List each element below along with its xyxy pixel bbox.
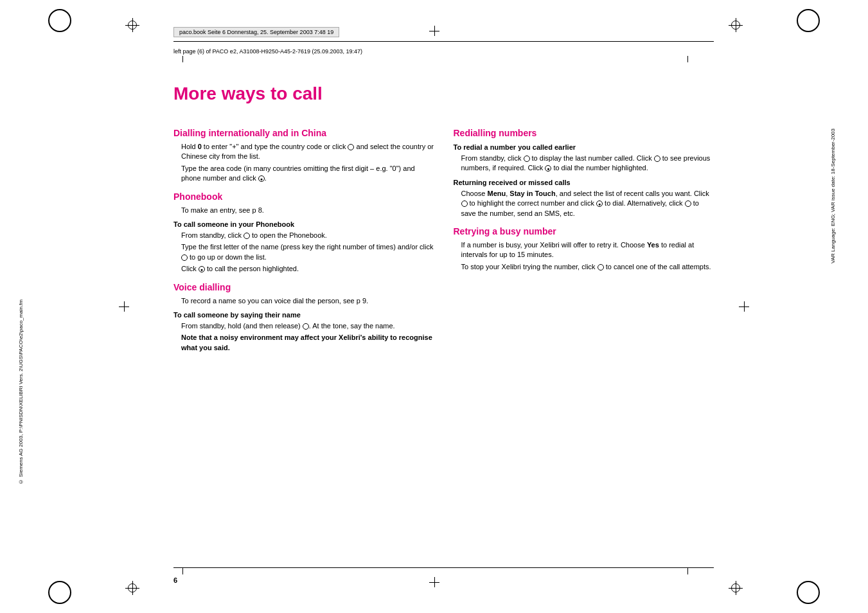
tick-mark-left	[182, 56, 183, 62]
icon-circle-2: ●	[258, 175, 265, 182]
section-heading-voice: Voice dialling	[173, 282, 434, 292]
reg-mark-tl	[125, 18, 139, 32]
phonebook-intro: To make an entry, see p 8.	[173, 206, 434, 215]
phonebook-sub-heading: To call someone in your Phonebook	[173, 220, 434, 228]
top-rule	[173, 41, 714, 42]
voice-sub-heading: To call someone by saying their name	[173, 311, 434, 319]
section-retrying: Retrying a busy number If a number is bu…	[454, 226, 714, 272]
icon-circle-12	[685, 200, 691, 207]
bottom-rule	[173, 567, 714, 568]
reg-mark-br	[729, 581, 743, 595]
section-redialling: Redialling numbers To redial a number yo…	[454, 128, 714, 218]
paco-header-text: paco.book Seite 6 Donnerstag, 25. Septem…	[179, 29, 333, 35]
reg-mark-bl	[125, 581, 139, 595]
redial-sub-heading-1: To redial a number you called earlier	[454, 143, 714, 151]
icon-circle-8	[654, 155, 660, 162]
retrying-para-2: To stop your Xelibri trying the number, …	[454, 262, 714, 272]
icon-circle-13	[598, 264, 604, 271]
icon-circle-11: ●	[596, 200, 603, 207]
voice-sub-para-2: Note that a noisy environment may affect…	[173, 333, 434, 353]
voice-sub-para-1: From standby, hold (and then release) . …	[173, 321, 434, 331]
var-language-text: VAR Language: ENG; VAR issue date: 18-Se…	[830, 129, 836, 263]
phonebook-sub-para-3: Click ● to call the person highlighted.	[173, 264, 434, 274]
two-column-layout: Dialling internationally and in China Ho…	[173, 120, 714, 355]
tick-mark-right	[687, 56, 688, 62]
corner-circle-bl	[48, 581, 71, 604]
page-info-line: left page (6) of PACO e2, A31008-H9250-A…	[173, 48, 362, 55]
retrying-para-1: If a number is busy, your Xelibri will o…	[454, 240, 714, 260]
phonebook-sub-para-1: From standby, click to open the Phoneboo…	[173, 231, 434, 240]
icon-circle-7	[524, 155, 530, 162]
dialling-para-2: Type the area code (in many countries om…	[173, 164, 434, 184]
corner-circle-tr	[797, 9, 820, 32]
section-heading-phonebook: Phonebook	[173, 191, 434, 202]
section-heading-redialling: Redialling numbers	[454, 128, 714, 138]
section-voice-dialling: Voice dialling To record a name so you c…	[173, 282, 434, 353]
tick-bottom-left	[182, 568, 183, 574]
icon-circle-4	[181, 254, 188, 261]
left-column: Dialling internationally and in China Ho…	[173, 120, 434, 355]
paco-header: paco.book Seite 6 Donnerstag, 25. Septem…	[173, 27, 339, 37]
icon-circle-3	[244, 233, 250, 239]
section-phonebook: Phonebook To make an entry, see p 8. To …	[173, 191, 434, 274]
redial-sub-heading-2: Returning received or missed calls	[454, 179, 714, 186]
section-heading-dialling: Dialling internationally and in China	[173, 128, 434, 138]
corner-circle-br	[797, 581, 820, 604]
corner-circle-tl	[48, 9, 71, 32]
page-number: 6	[173, 576, 177, 584]
tick-bottom-right	[687, 568, 688, 574]
main-content: More ways to call Dialling international…	[173, 71, 714, 562]
page-container: paco.book Seite 6 Donnerstag, 25. Septem…	[0, 0, 868, 613]
copyright-text: © Siemens AG 2003, P:\PNISDN\XELIBRI Ver…	[18, 299, 24, 484]
icon-circle-6	[303, 323, 309, 330]
icon-circle-1	[348, 144, 354, 150]
reg-mark-tr	[729, 18, 743, 32]
redial-sub-para-2: Choose Menu, Stay in Touch, and select t…	[454, 189, 714, 218]
icon-circle-10	[461, 200, 468, 207]
voice-intro: To record a name so you can voice dial t…	[173, 296, 434, 306]
phonebook-sub-para-2: Type the first letter of the name (press…	[173, 242, 434, 262]
icon-circle-5: ●	[199, 266, 205, 272]
dialling-para-1: Hold 0 to enter "+" and type the country…	[173, 142, 434, 162]
section-heading-retrying: Retrying a busy number	[454, 226, 714, 236]
icon-circle-9: ●	[545, 165, 551, 172]
main-title: More ways to call	[173, 84, 714, 104]
redial-sub-para-1: From standby, click to display the last …	[454, 154, 714, 173]
right-column: Redialling numbers To redial a number yo…	[454, 120, 714, 355]
section-dialling-internationally: Dialling internationally and in China Ho…	[173, 128, 434, 184]
